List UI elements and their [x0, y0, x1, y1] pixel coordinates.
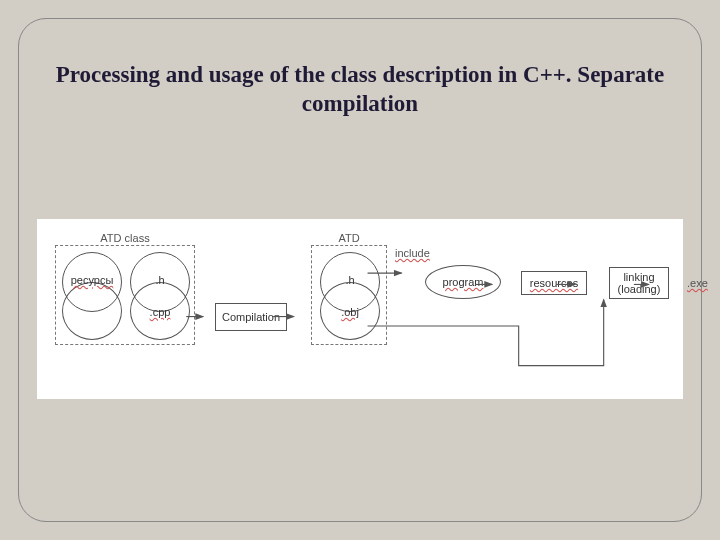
resources-box: resources: [521, 271, 587, 295]
atd-class-label: ATD class: [56, 232, 194, 244]
resources-source-pair: ресурсы: [62, 252, 122, 340]
linking-label: linking: [623, 271, 654, 283]
program-label: program: [443, 276, 484, 288]
resources-ru-label: ресурсы: [62, 274, 122, 286]
compilation-box: Compilation: [215, 303, 287, 331]
h-label-2: .h: [320, 274, 380, 286]
diagram-area: ATD class ресурсы .h .cpp Compilation: [37, 219, 683, 399]
atd-class-box: ATD class ресурсы .h .cpp: [55, 245, 195, 345]
h-cpp-pair: .h .cpp: [130, 252, 190, 340]
ellipse: [62, 282, 122, 340]
program-ellipse: program: [425, 265, 501, 299]
obj-label: .obj: [320, 306, 380, 318]
cpp-label: .cpp: [130, 306, 190, 318]
slide-frame: Processing and usage of the class descri…: [18, 18, 702, 522]
atd-label: ATD: [312, 232, 386, 244]
include-label: include: [395, 247, 430, 259]
h-obj-pair: .h .obj: [320, 252, 380, 340]
linking-box: linking (loading): [609, 267, 669, 299]
exe-label: .exe: [687, 277, 708, 289]
h-label: .h: [130, 274, 190, 286]
resources-label: resources: [530, 277, 578, 289]
atd-box: ATD .h .obj: [311, 245, 387, 345]
compilation-diagram: ATD class ресурсы .h .cpp Compilation: [37, 219, 683, 399]
linking-sublabel: (loading): [618, 283, 661, 295]
slide-title: Processing and usage of the class descri…: [19, 61, 701, 119]
compilation-label: Compilation: [222, 311, 280, 323]
